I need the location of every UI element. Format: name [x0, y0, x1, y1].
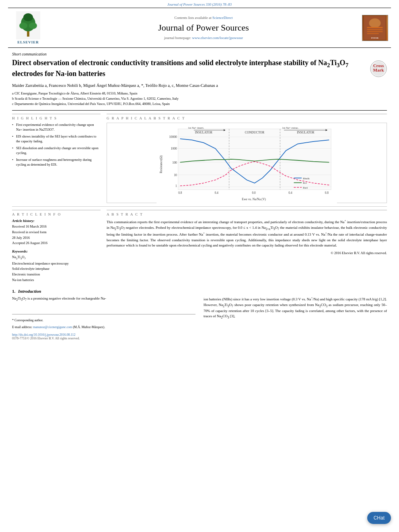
highlights-header: H I G H L I G H T S	[12, 114, 101, 120]
article-info-column: A R T I C L E I N F O Article history: R…	[12, 210, 101, 283]
highlight-item-3: SEI dissolution and conductivity change …	[12, 146, 101, 156]
journal-header: ELSEVIER Contents lists available at Sci…	[8, 8, 391, 48]
graphical-abstract-chart: INSULATOR CONDUCTOR INSULATOR 1st Na+ in…	[107, 123, 387, 203]
email-link[interactable]: manunoz@cicenergigune.com	[33, 325, 72, 329]
intro-text-right: ion batteries (NIBs) since it has a very…	[204, 296, 387, 320]
issn-text: 0378-7753/© 2016 Elsevier B.V. All right…	[12, 337, 195, 340]
intro-text-left: Na2Ti3O7 is a promising negative electro…	[12, 296, 195, 302]
svg-text:0.4: 0.4	[215, 191, 218, 195]
graphical-abstract-header: G R A P H I C A L A B S T R A C T	[107, 114, 387, 120]
keywords-list: Na2Ti3O7 Electrochemical impedance spect…	[12, 255, 101, 283]
svg-rect-14	[367, 33, 379, 34]
crossmark-icon: Cross Mark	[370, 60, 387, 77]
svg-rect-12	[367, 29, 383, 30]
sciencedirect-line: Contents lists available at ScienceDirec…	[175, 16, 233, 20]
svg-text:Rbulk: Rbulk	[303, 177, 310, 180]
abstract-column: A B S T R A C T This communication repor…	[107, 210, 387, 283]
revised-date: 28 July 2016	[12, 235, 101, 241]
article-info-header: A R T I C L E I N F O	[12, 210, 101, 216]
article-title: Cross Mark Direct observation of electro…	[12, 58, 387, 78]
journal-logo-image: POWER	[362, 15, 388, 41]
keyword-3: Solid electrolyte interphase	[12, 266, 101, 272]
article-type: Short communication	[12, 52, 387, 56]
svg-text:Resistance(Ω): Resistance(Ω)	[159, 155, 163, 173]
svg-text:10000: 10000	[169, 136, 177, 139]
svg-text:1st Na+ extrac.: 1st Na+ extrac.	[282, 126, 299, 129]
affil-c: c Departamento de Química Inorgánica, Un…	[12, 101, 387, 107]
abstract-header: A B S T R A C T	[107, 210, 387, 216]
svg-text:Rct: Rct	[303, 182, 307, 185]
svg-text:INSULATOR: INSULATOR	[297, 131, 315, 135]
keyword-4: Electronic transition	[12, 272, 101, 277]
intro-col-right: ion batteries (NIBs) since it has a very…	[204, 296, 387, 340]
svg-text:0.0: 0.0	[252, 191, 255, 195]
revised-label: Received in revised form	[12, 230, 101, 235]
corresponding-author-note: * Corresponding author.	[12, 318, 195, 323]
email-footnote: E-mail address: manunoz@cicenergigune.co…	[12, 325, 195, 330]
chart-svg: INSULATOR CONDUCTOR INSULATOR 1st Na+ in…	[109, 125, 385, 203]
svg-text:0.8: 0.8	[178, 191, 182, 195]
svg-text:1000: 1000	[171, 147, 177, 151]
copyright-text: © 2016 Elsevier B.V. All rights reserved…	[107, 251, 387, 255]
svg-point-10	[369, 18, 380, 27]
article-info-abstract-section: A R T I C L E I N F O Article history: R…	[12, 210, 387, 283]
article-history-label: Article history:	[12, 219, 101, 223]
svg-text:0.8: 0.8	[325, 191, 329, 195]
elsevier-logo: ELSEVIER	[16, 11, 40, 44]
highlights-graphical-section: H I G H L I G H T S First experimental e…	[12, 114, 387, 203]
page: Journal of Power Sources 330 (2016) 78–8…	[0, 0, 399, 532]
highlights-list: First experimental evidence of conductiv…	[12, 123, 101, 167]
introduction-body: Na2Ti3O7 is a promising negative electro…	[12, 296, 387, 340]
svg-text:Ewe vs. Na/Na (V): Ewe vs. Na/Na (V)	[242, 198, 266, 201]
keywords-section: Keywords: Na2Ti3O7 Electrochemical imped…	[12, 249, 101, 283]
authors: Maider Zarrabeitia a, Francesco Nobili b…	[12, 82, 387, 89]
highlight-item-1: First experimental evidence of conductiv…	[12, 123, 101, 132]
journal-header-center: Contents lists available at ScienceDirec…	[48, 11, 359, 44]
journal-citation: Journal of Power Sources 330 (2016) 78–8…	[0, 0, 399, 8]
svg-text:Mark: Mark	[373, 68, 385, 72]
elsevier-logo-container: ELSEVIER	[8, 11, 48, 44]
keyword-5: Na-ion batteries	[12, 277, 101, 283]
journal-homepage: journal homepage: www.elsevier.com/locat…	[164, 36, 243, 40]
elsevier-tree-icon	[16, 11, 40, 39]
affil-b: b Scuola di Scienze e Tecnologie — Sezio…	[12, 96, 387, 101]
highlight-item-4: Increase of surface roughness and hetero…	[12, 158, 101, 167]
main-content: Short communication Cross Mark Direct ob…	[0, 48, 399, 344]
graphical-abstract-column: G R A P H I C A L A B S T R A C T INSULA…	[107, 114, 387, 203]
highlights-column: H I G H L I G H T S First experimental e…	[12, 114, 101, 203]
svg-text:POWER: POWER	[371, 37, 379, 39]
chat-button[interactable]: CHat	[367, 512, 391, 524]
journal-logo-right: POWER	[359, 11, 391, 44]
elsevier-brand-text: ELSEVIER	[17, 40, 39, 44]
svg-rect-13	[367, 31, 383, 32]
accepted-date: Accepted 26 August 2016	[12, 240, 101, 246]
homepage-link[interactable]: www.elsevier.com/locate/jpowsour	[192, 36, 243, 40]
svg-text:INSULATOR: INSULATOR	[195, 131, 213, 135]
footnote-area: * Corresponding author. E-mail address: …	[12, 314, 195, 330]
affil-a: a CIC Energigune, Parque Tecnológico de …	[12, 91, 387, 96]
highlight-item-2: EIS shows instability of the SEI layer w…	[12, 134, 101, 144]
svg-text:CONDUCTOR: CONDUCTOR	[245, 131, 265, 135]
title-text: Direct observation of electronic conduct…	[12, 59, 348, 78]
received-date: Received 16 March 2016	[12, 224, 101, 230]
introduction-section: 1. Introduction Na2Ti3O7 is a promising …	[12, 289, 387, 340]
section-divider-1	[12, 110, 387, 111]
svg-point-3	[19, 23, 27, 29]
svg-text:0.4: 0.4	[288, 191, 292, 195]
affiliations: a CIC Energigune, Parque Tecnológico de …	[12, 91, 387, 106]
crossmark-badge: Cross Mark	[370, 60, 387, 80]
svg-text:Rsei: Rsei	[303, 186, 308, 189]
keyword-1: Na2Ti3O7	[12, 255, 101, 261]
keywords-label: Keywords:	[12, 249, 101, 253]
svg-text:10: 10	[174, 173, 177, 177]
svg-rect-11	[367, 27, 383, 28]
svg-text:1st Na+ insert.: 1st Na+ insert.	[188, 126, 204, 129]
keyword-2: Electrochemical impedance spectroscopy	[12, 261, 101, 267]
sciencedirect-link[interactable]: ScienceDirect	[212, 16, 232, 20]
svg-rect-21	[178, 129, 331, 190]
introduction-title: 1. Introduction	[12, 289, 387, 294]
doi-link[interactable]: http://dx.doi.org/10.1016/j.jpowsour.201…	[12, 333, 195, 337]
svg-text:100: 100	[172, 161, 177, 164]
svg-point-4	[29, 23, 37, 29]
svg-text:1: 1	[175, 185, 177, 188]
